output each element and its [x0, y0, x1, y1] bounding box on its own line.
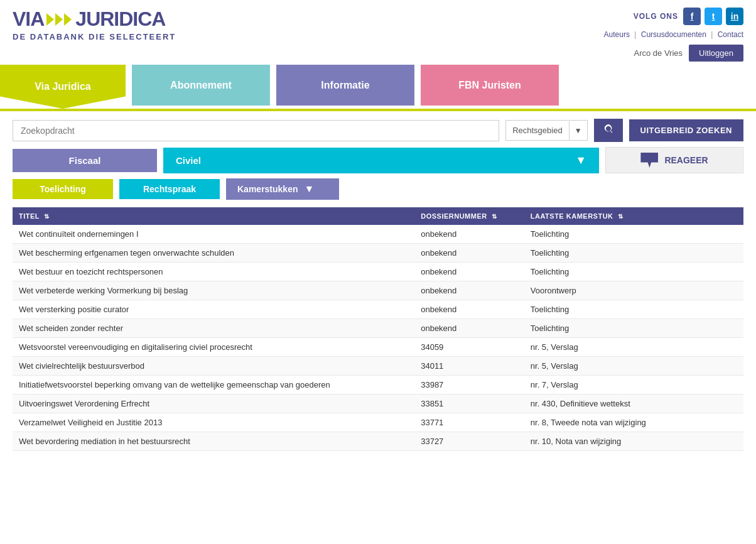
cell-laatste-kamerstuk: Toelichting [524, 319, 743, 338]
table-row[interactable]: Wet bevordering mediation in het bestuur… [13, 432, 743, 451]
dossier-sort-icon: ⇅ [492, 213, 497, 220]
search-icon [603, 124, 614, 135]
uitgebreid-zoeken-button[interactable]: UITGEBREID ZOEKEN [629, 119, 743, 141]
header-links: Auteurs | Cursusdocumenten | Contact [604, 30, 743, 39]
fiscaal-button[interactable]: Fiscaal [13, 149, 157, 172]
rechtspraak-button[interactable]: Rechtspraak [119, 179, 220, 199]
tab-via-juridica[interactable]: Via Juridica [0, 65, 126, 109]
civiel-label: Civiel [176, 155, 201, 166]
rechtsgebied-label: Rechtsgebied [506, 121, 569, 140]
cell-dossiernummer: onbekend [414, 263, 524, 281]
cell-laatste-kamerstuk: nr. 5, Verslag [524, 338, 743, 357]
table-row[interactable]: Wet continuïteit ondernemingen Ionbekend… [13, 225, 743, 244]
cell-laatste-kamerstuk: Toelichting [524, 300, 743, 319]
kamerstukken-button[interactable]: Kamerstukken ▼ [226, 178, 339, 200]
cell-dossiernummer: onbekend [414, 225, 524, 244]
linkedin-icon[interactable]: in [726, 8, 743, 25]
cell-dossiernummer: 33727 [414, 432, 524, 451]
cell-titel: Wet bestuur en toezicht rechtspersonen [13, 263, 414, 281]
reageer-button[interactable]: REAGEER [605, 147, 743, 173]
cursusdocumenten-link[interactable]: Cursusdocumenten [641, 30, 706, 39]
table-row[interactable]: Wet scheiden zonder rechteronbekendToeli… [13, 319, 743, 338]
cell-laatste-kamerstuk: nr. 7, Verslag [524, 376, 743, 394]
cell-titel: Wet bescherming erfgenamen tegen onverwa… [13, 244, 414, 263]
kamerstuk-sort-icon: ⇅ [618, 213, 624, 220]
search-row: Rechtsgebied ▼ UITGEBREID ZOEKEN [0, 111, 756, 147]
table-row[interactable]: Initiatiefwetsvoorstel beperking omvang … [13, 376, 743, 394]
tab-via-juridica-label: Via Juridica [35, 81, 91, 92]
sep1: | [634, 30, 636, 39]
cell-titel: Wet verbeterde werking Vormerkung bij be… [13, 281, 414, 300]
sep2: | [711, 30, 713, 39]
civiel-button[interactable]: Civiel ▼ [163, 148, 599, 173]
tab-informatie-label: Informatie [321, 80, 369, 91]
cell-titel: Verzamelwet Veiligheid en Justitie 2013 [13, 413, 414, 432]
cell-titel: Uitvoeringswet Verordening Erfrecht [13, 394, 414, 413]
contact-link[interactable]: Contact [718, 30, 743, 39]
user-bar: Arco de Vries Uitloggen [0, 41, 756, 65]
col-header-titel[interactable]: TITEL ⇅ [13, 207, 414, 225]
table-row[interactable]: Wet bescherming erfgenamen tegen onverwa… [13, 244, 743, 263]
cell-titel: Wet continuïteit ondernemingen I [13, 225, 414, 244]
cell-titel: Wet versterking positie curator [13, 300, 414, 319]
col-header-laatste-kamerstuk[interactable]: LAATSTE KAMERSTUK ⇅ [524, 207, 743, 225]
cell-titel: Wet bevordering mediation in het bestuur… [13, 432, 414, 451]
cell-titel: Wet scheiden zonder rechter [13, 319, 414, 338]
tab-fbn-juristen-label: FBN Juristen [458, 80, 521, 91]
table-row[interactable]: Wetsvoorstel vereenvoudiging en digitali… [13, 338, 743, 357]
table-header: TITEL ⇅ DOSSIERNUMMER ⇅ LAATSTE KAMERSTU… [13, 207, 743, 225]
logo-via: VIA [13, 8, 44, 31]
table-row[interactable]: Uitvoeringswet Verordening Erfrecht33851… [13, 394, 743, 413]
cell-dossiernummer: onbekend [414, 281, 524, 300]
cell-laatste-kamerstuk: Toelichting [524, 263, 743, 281]
cell-laatste-kamerstuk: Voorontwerp [524, 281, 743, 300]
toelichting-button[interactable]: Toelichting [13, 179, 113, 199]
table-row[interactable]: Wet versterking positie curatoronbekendT… [13, 300, 743, 319]
cell-titel: Wet civielrechtelijk bestuursverbod [13, 357, 414, 376]
data-table-container: TITEL ⇅ DOSSIERNUMMER ⇅ LAATSTE KAMERSTU… [0, 207, 756, 451]
civiel-chevron-icon: ▼ [575, 154, 586, 167]
logo: VIA JURIDICA DE DATABANK DIE SELECTEERT [13, 8, 176, 41]
table-row[interactable]: Verzamelwet Veiligheid en Justitie 20133… [13, 413, 743, 432]
titel-sort-icon: ⇅ [44, 213, 50, 220]
rechtsgebied-dropdown[interactable]: Rechtsgebied ▼ [505, 120, 587, 141]
kamerstukken-chevron-icon: ▼ [305, 183, 315, 195]
cell-dossiernummer: 33851 [414, 394, 524, 413]
data-table: TITEL ⇅ DOSSIERNUMMER ⇅ LAATSTE KAMERSTU… [13, 207, 743, 451]
filter-row: Fiscaal Civiel ▼ REAGEER [0, 147, 756, 178]
col-header-dossiernummer[interactable]: DOSSIERNUMMER ⇅ [414, 207, 524, 225]
cell-laatste-kamerstuk: nr. 430, Definitieve wettekst [524, 394, 743, 413]
cell-laatste-kamerstuk: Toelichting [524, 225, 743, 244]
cell-dossiernummer: 34059 [414, 338, 524, 357]
tab-informatie[interactable]: Informatie [276, 65, 414, 106]
uitloggen-button[interactable]: Uitloggen [689, 45, 743, 62]
cell-dossiernummer: 34011 [414, 357, 524, 376]
reageer-label: REAGEER [664, 155, 708, 165]
cell-dossiernummer: onbekend [414, 319, 524, 338]
cell-titel: Initiatiefwetsvoorstel beperking omvang … [13, 376, 414, 394]
volg-ons-label: VOLG ONS [634, 12, 678, 21]
facebook-icon[interactable]: f [683, 8, 701, 25]
rechtsgebied-arrow-icon: ▼ [569, 121, 587, 140]
table-row[interactable]: Wet verbeterde werking Vormerkung bij be… [13, 281, 743, 300]
tab-abonnement[interactable]: Abonnement [132, 65, 270, 106]
tab-fbn-juristen[interactable]: FBN Juristen [421, 65, 559, 106]
sub-filter-row: Toelichting Rechtspraak Kamerstukken ▼ [0, 178, 756, 207]
search-input[interactable] [13, 120, 499, 141]
cell-laatste-kamerstuk: Toelichting [524, 244, 743, 263]
cell-titel: Wetsvoorstel vereenvoudiging en digitali… [13, 338, 414, 357]
cell-laatste-kamerstuk: nr. 8, Tweede nota van wijziging [524, 413, 743, 432]
table-body: Wet continuïteit ondernemingen Ionbekend… [13, 225, 743, 451]
table-row[interactable]: Wet bestuur en toezicht rechtspersonenon… [13, 263, 743, 281]
kamerstukken-label: Kamerstukken [237, 184, 298, 194]
auteurs-link[interactable]: Auteurs [604, 30, 630, 39]
cell-dossiernummer: 33771 [414, 413, 524, 432]
search-button[interactable] [594, 119, 623, 142]
logo-juridica: JURIDICA [75, 8, 165, 31]
table-row[interactable]: Wet civielrechtelijk bestuursverbod34011… [13, 357, 743, 376]
cell-laatste-kamerstuk: nr. 5, Verslag [524, 357, 743, 376]
cell-laatste-kamerstuk: nr. 10, Nota van wijziging [524, 432, 743, 451]
logo-arrows-icon [46, 13, 73, 26]
twitter-icon[interactable]: t [705, 8, 722, 25]
cell-dossiernummer: 33987 [414, 376, 524, 394]
